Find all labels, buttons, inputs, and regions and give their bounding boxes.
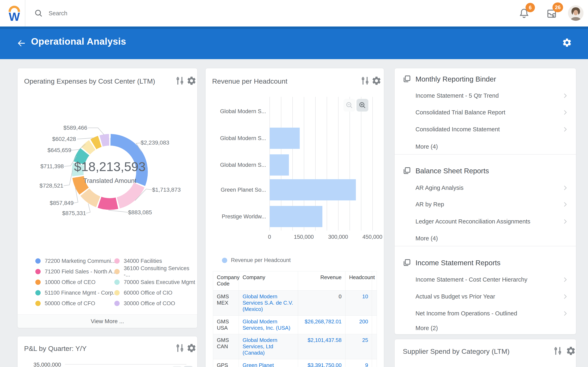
pnl-filter-sliders-icon[interactable] <box>175 343 185 353</box>
legend-item[interactable]: 72200 Marketing Communi... <box>35 257 116 265</box>
section-divider <box>395 246 576 246</box>
legend-item[interactable]: 50000 Office of CFO <box>35 299 95 308</box>
revenue-settings-gear-icon[interactable] <box>371 76 381 86</box>
report-link[interactable]: Consolidated Trial Balance Report <box>415 109 569 116</box>
chart-gridline <box>338 97 338 231</box>
revenue-link[interactable]: $2,101,437.58 <box>308 337 342 343</box>
section-title: Monthly Reporting Binder <box>415 75 496 83</box>
report-link[interactable]: Income Statement - Cost Center Hierarchy <box>415 276 569 283</box>
chevron-right-icon <box>562 126 569 133</box>
legend-item[interactable]: 10000 Office of CEO <box>35 278 95 286</box>
headcount-link[interactable]: 10 <box>362 293 368 300</box>
legend-label: 72200 Marketing Communi... <box>45 258 116 264</box>
x-axis-tick: 450,000 <box>362 234 382 240</box>
legend-item[interactable]: 71200 Field Sales - North A... <box>35 267 117 276</box>
bar-prestige[interactable] <box>270 206 322 227</box>
company-link[interactable]: Global Modern Services, Inc. (USA) <box>242 318 290 331</box>
chevron-right-icon <box>562 310 569 317</box>
col-header-company-code: Company Code <box>213 271 239 291</box>
bar-category-label: Global Modern S... <box>214 108 266 115</box>
bar-category-label: Prestige Worldw... <box>214 213 266 220</box>
opex-card-title: Operating Expenses by Cost Center (LTM) <box>24 77 155 85</box>
pnl-settings-gear-icon[interactable] <box>186 343 197 353</box>
legend-item[interactable]: 51100 Finance Mgmt - Corp... <box>35 289 118 297</box>
report-link[interactable]: AR by Rep <box>415 201 569 208</box>
chart-zoom-in-button[interactable] <box>356 99 368 111</box>
x-axis-tick: 150,000 <box>294 234 314 240</box>
revenue-legend[interactable]: Revenue per Headcount <box>222 257 291 263</box>
chart-zoom-in-button[interactable] <box>183 366 193 367</box>
cell-spacer <box>372 315 377 334</box>
notification-count-badge: 6 <box>526 3 535 12</box>
chart-gridline <box>327 97 327 231</box>
more-link[interactable]: More (2) <box>415 325 438 332</box>
revenue-link[interactable]: $26,268,782.01 <box>305 318 342 325</box>
report-link[interactable]: Consolidated Income Statement <box>415 126 569 133</box>
legend-dot <box>114 269 120 274</box>
legend-label: 70000 Sales Executive Mgmt <box>124 279 195 285</box>
x-axis-tick: 300,000 <box>328 234 348 240</box>
chart-zoom-out-button[interactable] <box>343 99 355 111</box>
legend-label: 71200 Field Sales - North A... <box>45 268 117 275</box>
legend-item[interactable]: 60000 Office of CIO <box>114 289 172 297</box>
report-link-label: Income Statement - Cost Center Hierarchy <box>415 276 527 283</box>
bar-category-label: Green Planet So... <box>214 187 266 193</box>
view-more-button[interactable]: View More ... <box>17 314 197 328</box>
legend-label: 10000 Office of CEO <box>45 279 95 285</box>
revenue-filter-sliders-icon[interactable] <box>360 76 370 86</box>
opex-filter-sliders-icon[interactable] <box>175 76 185 86</box>
report-link[interactable]: Actual vs Budget vs Prior Year <box>415 293 569 300</box>
more-link[interactable]: More (4) <box>415 143 438 150</box>
bar-gms-can[interactable] <box>270 154 289 175</box>
company-link[interactable]: Global Modern Services, Ltd (Canada) <box>242 337 277 356</box>
report-link-label: AR by Rep <box>415 201 444 208</box>
legend-dot <box>35 280 41 285</box>
legend-item[interactable]: 30000 Office of COO <box>114 299 175 308</box>
chart-zoom-out-button[interactable] <box>172 366 182 367</box>
revenue-link[interactable]: $3,391,750.00 <box>308 362 342 367</box>
report-link-label: Consolidated Income Statement <box>415 126 500 133</box>
workday-logo[interactable]: W <box>8 3 20 23</box>
cell-company-code: GMS USA <box>213 315 239 334</box>
donut-slice-label: $2,239,083 <box>141 140 169 146</box>
table-row: GMS MEX Global Modern Services S.A. de C… <box>213 291 377 316</box>
company-link[interactable]: Green Planet <box>242 362 274 367</box>
section-title: Income Statement Reports <box>415 259 501 267</box>
opex-settings-gear-icon[interactable] <box>186 76 197 86</box>
search-input[interactable]: Search <box>34 8 67 19</box>
chevron-right-icon <box>562 201 569 208</box>
legend-item[interactable]: 36100 Consulting Services -... <box>114 267 197 276</box>
cell-spacer <box>372 359 377 367</box>
pnl-by-quarter-card: P&L by Quarter: Y/Y 35,000,000 <box>17 336 198 367</box>
headcount-link[interactable]: 9 <box>365 362 368 367</box>
report-link[interactable]: Net Income from Operations - Outlined <box>415 310 569 317</box>
cell-revenue: 0 <box>298 291 346 316</box>
headcount-link[interactable]: 25 <box>362 337 368 343</box>
supplier-filter-sliders-icon[interactable] <box>553 346 563 356</box>
report-link-label: Ledger Account Reconciliation Assignment… <box>415 218 530 225</box>
more-link[interactable]: More (4) <box>415 235 438 242</box>
report-link[interactable]: AR Aging Analysis <box>415 184 569 191</box>
legend-item[interactable]: 70000 Sales Executive Mgmt <box>114 278 195 286</box>
user-avatar[interactable] <box>568 5 584 21</box>
chevron-right-icon <box>562 218 569 225</box>
inbox-count-badge: 26 <box>553 2 563 12</box>
report-link[interactable]: Income Statement - 5 Qtr Trend <box>415 92 569 99</box>
page-settings-gear-icon[interactable] <box>562 38 572 48</box>
section-divider <box>395 154 576 155</box>
back-button[interactable] <box>16 38 26 48</box>
company-link[interactable]: Global Modern Services S.A. de C.V. (Mex… <box>242 293 293 312</box>
headcount-link[interactable]: 200 <box>359 318 368 325</box>
donut-slice-label: $645,659 <box>48 147 71 154</box>
report-link[interactable]: Ledger Account Reconciliation Assignment… <box>415 218 569 225</box>
opex-donut-chart[interactable] <box>72 134 148 210</box>
cell-company-code: GPS <box>213 359 239 367</box>
bar-gms-usa[interactable] <box>270 128 300 149</box>
chart-gridline <box>350 97 350 231</box>
legend-item[interactable]: 34000 Facilities <box>114 257 162 265</box>
legend-dot <box>35 258 41 264</box>
supplier-settings-gear-icon[interactable] <box>566 346 576 356</box>
section-title: Balance Sheet Reports <box>415 167 489 175</box>
legend-label: 30000 Office of COO <box>124 300 175 307</box>
bar-green-planet[interactable] <box>270 179 356 200</box>
